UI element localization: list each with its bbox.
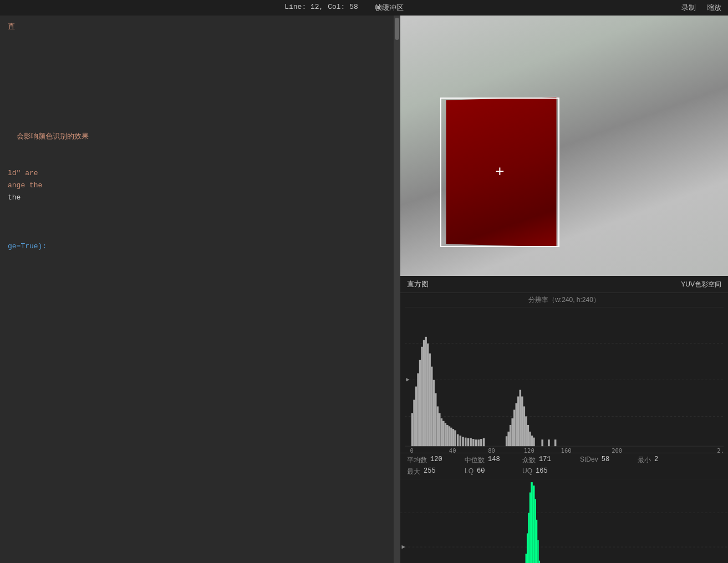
code-line	[6, 94, 400, 106]
svg-rect-23	[445, 423, 447, 446]
code-line: 会影响颜色识别的效果	[6, 131, 400, 143]
svg-rect-13	[425, 337, 427, 446]
svg-rect-12	[423, 340, 425, 446]
histogram-title: 直方图	[407, 279, 429, 289]
svg-rect-38	[480, 439, 482, 446]
svg-rect-24	[446, 425, 449, 446]
svg-text:0: 0	[410, 447, 413, 453]
svg-rect-7	[413, 400, 415, 446]
svg-rect-27	[452, 429, 455, 446]
svg-rect-25	[449, 426, 451, 446]
svg-rect-43	[511, 418, 513, 446]
histogram-stats: 平均数 120 中位数 148 众数 171 StDev 58 最小 2	[400, 453, 728, 479]
code-line: ge=True):	[6, 240, 400, 253]
camera-background: +	[400, 16, 728, 276]
svg-rect-19	[437, 406, 439, 446]
buffer-zone-label: 帧缓冲区	[375, 3, 404, 13]
svg-rect-42	[510, 425, 512, 446]
svg-rect-18	[435, 393, 437, 447]
svg-rect-35	[472, 439, 475, 446]
svg-text:40: 40	[449, 447, 456, 453]
code-line: ld" are	[6, 167, 400, 180]
code-line	[6, 228, 400, 240]
svg-rect-92	[526, 554, 527, 563]
svg-rect-15	[429, 354, 431, 446]
code-text-the: the	[8, 192, 21, 204]
code-line	[6, 119, 400, 131]
code-line: the	[6, 192, 400, 204]
svg-rect-16	[431, 367, 433, 447]
scroll-thumb	[395, 18, 399, 40]
svg-rect-29	[457, 434, 459, 447]
svg-text:200: 200	[612, 447, 622, 453]
stat-uq-value: 165	[536, 467, 548, 477]
record-button[interactable]: 录制	[681, 3, 696, 13]
stat-uq: UQ 165	[522, 467, 578, 477]
histogram-svg-1: ▶	[405, 307, 724, 453]
svg-rect-45	[515, 403, 517, 446]
svg-rect-40	[506, 436, 508, 446]
code-line	[6, 216, 400, 228]
svg-rect-100	[537, 540, 538, 563]
svg-rect-30	[460, 436, 462, 446]
svg-rect-65	[400, 479, 728, 563]
stat-min-label: 最小	[638, 455, 651, 465]
svg-text:160: 160	[561, 447, 572, 453]
zoom-button[interactable]: 缩放	[707, 3, 721, 13]
stat-lq-value: 60	[477, 467, 485, 477]
histogram-chart-2: ▶	[400, 479, 728, 563]
svg-rect-34	[470, 438, 472, 446]
svg-rect-54	[533, 438, 535, 447]
svg-rect-52	[529, 432, 531, 446]
code-line	[6, 204, 400, 216]
stat-stdev-value: 58	[602, 455, 609, 465]
svg-rect-97	[533, 485, 535, 563]
code-line	[6, 58, 400, 70]
stat-median-label: 中位数	[465, 455, 485, 465]
svg-rect-6	[411, 413, 414, 446]
stat-stdev-label: StDev	[580, 455, 598, 465]
svg-rect-55	[541, 439, 543, 446]
histogram-svg-2: ▶	[400, 479, 728, 563]
crosshair-icon: +	[495, 165, 505, 180]
stat-mode-value: 171	[539, 455, 551, 465]
code-line	[6, 155, 400, 167]
stat-median: 中位数 148	[465, 455, 520, 465]
stat-max: 最大 255	[407, 467, 462, 477]
stat-max-label: 最大	[407, 467, 420, 477]
code-line: ange the	[6, 180, 400, 192]
svg-rect-53	[531, 436, 533, 446]
svg-rect-94	[528, 513, 529, 563]
stat-mode: 众数 171	[522, 455, 578, 465]
svg-rect-46	[517, 396, 520, 446]
svg-rect-14	[427, 344, 429, 446]
svg-rect-32	[465, 438, 467, 447]
selection-rectangle: +	[440, 98, 559, 247]
svg-rect-99	[536, 520, 537, 563]
svg-rect-9	[417, 373, 419, 447]
stat-lq: LQ 60	[465, 467, 520, 477]
code-scroll-area[interactable]: 直 会影响颜色识别的效果 ld" are	[0, 16, 400, 563]
histogram-header: 直方图 YUV色彩空间	[400, 276, 728, 293]
svg-rect-48	[521, 396, 523, 446]
svg-rect-51	[527, 425, 530, 446]
code-line	[6, 70, 400, 82]
code-line	[6, 45, 400, 58]
main-area: 直 会影响颜色识别的效果 ld" are	[0, 16, 728, 563]
svg-rect-44	[513, 410, 516, 446]
code-content: 直 会影响颜色识别的效果 ld" are	[0, 16, 400, 258]
stat-lq-label: LQ	[465, 467, 474, 477]
svg-rect-96	[531, 482, 533, 563]
stat-max-value: 255	[424, 467, 436, 477]
svg-rect-41	[507, 432, 510, 446]
svg-rect-37	[477, 439, 480, 446]
stat-uq-label: UQ	[522, 467, 532, 477]
camera-view: +	[400, 16, 728, 276]
code-line	[6, 106, 400, 119]
color-space-label: YUV色彩空间	[681, 280, 721, 289]
stat-min: 最小 2	[638, 455, 693, 465]
svg-rect-31	[462, 437, 464, 446]
scroll-indicator[interactable]	[394, 16, 400, 563]
resolution-text: 分辨率（w:240, h:240）	[400, 293, 728, 307]
svg-rect-95	[530, 493, 531, 563]
